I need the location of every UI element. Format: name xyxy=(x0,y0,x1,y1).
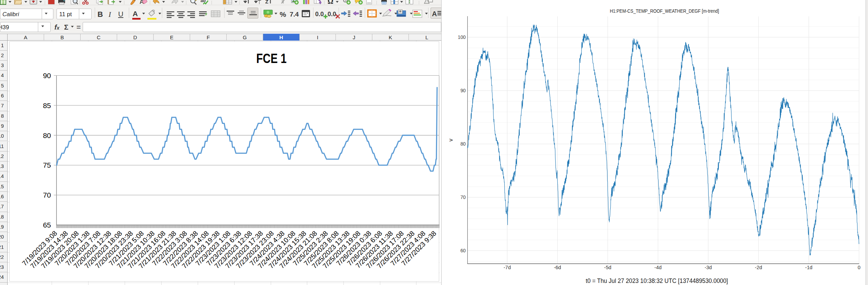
svg-text:85: 85 xyxy=(43,102,51,109)
svg-text:v: v xyxy=(448,139,454,141)
svg-text:-1d: -1d xyxy=(805,265,813,270)
svg-text:90: 90 xyxy=(43,72,51,80)
svg-text:100: 100 xyxy=(458,35,466,40)
svg-text:80: 80 xyxy=(461,141,466,147)
svg-text:-6d: -6d xyxy=(554,265,561,270)
svg-text:FCE 1: FCE 1 xyxy=(256,51,287,66)
svg-text:90: 90 xyxy=(461,88,466,93)
svg-text:70: 70 xyxy=(43,191,51,199)
svg-text:-2d: -2d xyxy=(755,265,762,270)
svg-text:70: 70 xyxy=(461,195,466,200)
svg-text:-5d: -5d xyxy=(604,265,611,270)
svg-text:65: 65 xyxy=(43,221,51,229)
svg-text:t0 = Thu Jul 27 2023 10:38:32: t0 = Thu Jul 27 2023 10:38:32 UTC [13744… xyxy=(586,277,728,284)
svg-text:0: 0 xyxy=(858,265,860,270)
svg-text:-3d: -3d xyxy=(705,265,712,270)
svg-text:Ω: Ω xyxy=(328,0,333,5)
svg-text:-4d: -4d xyxy=(654,265,662,270)
svg-text:H1:PEM-CS_TEMP_ROOF_WEATHER_DE: H1:PEM-CS_TEMP_ROOF_WEATHER_DEGF [m-tren… xyxy=(610,8,719,14)
svg-text:80: 80 xyxy=(43,131,51,139)
svg-text:60: 60 xyxy=(461,248,466,253)
svg-text:75: 75 xyxy=(43,161,51,169)
svg-text:-7d: -7d xyxy=(504,265,511,270)
svg-text:Z: Z xyxy=(265,0,268,4)
